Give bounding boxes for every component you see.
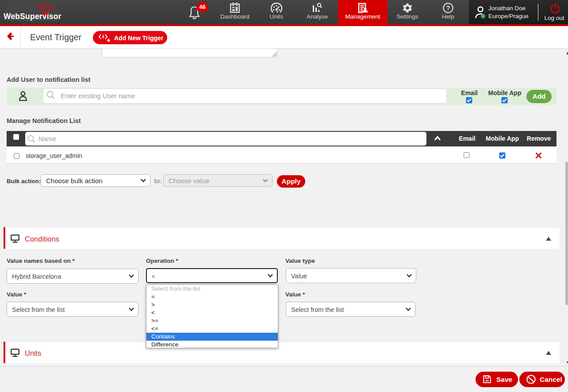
svg-text:?: ?	[446, 4, 450, 12]
